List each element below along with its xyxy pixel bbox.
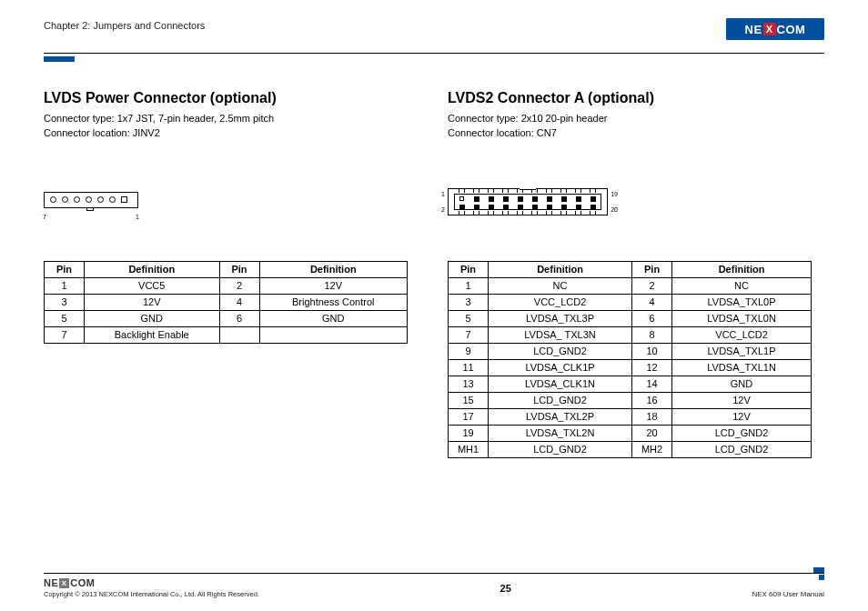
jst-pin-hole [86, 196, 92, 203]
cell-definition: LVDSA_TXL3P [489, 310, 632, 326]
cell-definition: LCD_GND2 [489, 441, 632, 457]
page-footer: NE X COM Copyright © 2013 NEXCOM Interna… [44, 573, 824, 598]
jst-pin-hole [109, 196, 116, 203]
hdr20-wall-tick [560, 211, 567, 215]
cell-definition: 12V [672, 408, 812, 425]
cell-pin: 4 [632, 294, 672, 310]
table-row: 1VCC5212V [45, 277, 408, 294]
cell-pin: 13 [449, 376, 489, 392]
section-sub2-lvds-power: Connector location: JINV2 [44, 126, 420, 141]
hdr20-wall-tick [473, 189, 479, 193]
hdr20-wall-tick [575, 189, 581, 193]
table-row: 312V4Brightness Control [45, 294, 408, 310]
brand-logo-top: NE X COM [726, 18, 824, 40]
hdr20-wall-tick [488, 211, 494, 215]
cell-definition: LVDSA_CLK1P [489, 359, 632, 376]
th-pin: Pin [632, 261, 672, 277]
hdr20-pin [532, 196, 538, 202]
hdr20-pin [489, 196, 494, 202]
table-row: 1NC2NC [449, 277, 812, 294]
hdr20-wall-tick [590, 189, 596, 193]
hdr20-pin [561, 196, 567, 202]
table-row: 7LVDSA_ TXL3N8VCC_LCD2 [449, 326, 812, 343]
hdr20-pin [576, 205, 581, 210]
hdr20-wall-tick [590, 211, 596, 215]
footer-accent-top-icon [813, 567, 824, 573]
table-row: 3VCC_LCD24LVDSA_TXL0P [449, 294, 812, 310]
hdr20-wall-tick [502, 189, 509, 193]
hdr20-pin [518, 196, 523, 202]
cell-definition: LCD_GND2 [672, 441, 812, 457]
diagram-lvds-power: 7 1 [44, 157, 420, 257]
cell-definition: LVDSA_TXL0N [672, 310, 812, 326]
table-row: MH1LCD_GND2MH2LCD_GND2 [449, 441, 812, 457]
footer-rule [44, 573, 824, 574]
hdr20-pin [590, 196, 596, 202]
hdr20-wall-tick [488, 189, 494, 193]
cell-pin: 19 [449, 425, 489, 441]
footer-row: NE X COM Copyright © 2013 NEXCOM Interna… [44, 577, 824, 598]
section-sub2-lvds2a: Connector location: CN7 [448, 126, 824, 141]
cell-definition: LVDSA_TXL2P [489, 408, 632, 425]
cell-definition: LCD_GND2 [489, 343, 632, 359]
footer-left: NE X COM Copyright © 2013 NEXCOM Interna… [44, 577, 259, 598]
table-row: 5GND6GND [45, 310, 408, 326]
cell-pin: 8 [632, 326, 672, 343]
cell-pin: MH1 [449, 441, 489, 457]
th-def: Definition [85, 261, 220, 277]
cell-pin: 20 [632, 425, 672, 441]
table-header-row: Pin Definition Pin Definition [449, 261, 812, 277]
brand-logo-text: NE X COM [745, 23, 806, 36]
cell-pin: 7 [449, 326, 489, 343]
cell-pin: 17 [449, 408, 489, 425]
hdr20-pin [547, 205, 552, 210]
hdr20-pin1-open [459, 196, 464, 201]
hdr20-label-2: 2 [441, 206, 445, 213]
cell-definition: LVDSA_CLK1N [489, 376, 632, 392]
hdr20-wall-tick [459, 189, 465, 193]
th-pin: Pin [449, 261, 489, 277]
th-def: Definition [672, 261, 812, 277]
cell-definition: 12V [672, 392, 812, 408]
th-def: Definition [259, 261, 407, 277]
jst-pin-hole [62, 196, 68, 203]
cell-pin: 5 [45, 310, 85, 326]
jst-label-1: 1 [136, 214, 139, 220]
hdr20-wall-tick [560, 189, 567, 193]
table-row: 19LVDSA_TXL2N20LCD_GND2 [449, 425, 812, 441]
page-header: Chapter 2: Jumpers and Connectors NE X C… [44, 18, 824, 51]
jst-label-7: 7 [43, 214, 46, 220]
page-number: 25 [500, 583, 511, 594]
hdr20-pin [518, 205, 523, 210]
footer-accent-bot-icon [819, 575, 824, 580]
jst-pin-hole [50, 196, 56, 203]
pin-table-lvds2a: Pin Definition Pin Definition 1NC2NC3VCC… [448, 261, 812, 458]
header-rule [44, 53, 824, 54]
cell-definition: LCD_GND2 [672, 425, 812, 441]
hdr20-pin [503, 196, 509, 202]
cell-definition: LVDSA_TXL1P [672, 343, 812, 359]
cell-pin: 4 [219, 294, 259, 310]
cell-pin [219, 326, 259, 343]
header-accent-icon [44, 56, 75, 62]
cell-definition: NC [489, 277, 632, 294]
th-pin: Pin [45, 261, 85, 277]
cell-definition: Backlight Enable [85, 326, 220, 343]
hdr20-wall-tick [517, 211, 523, 215]
hdr20-label-20: 20 [611, 206, 618, 213]
column-lvds-power: LVDS Power Connector (optional) Connecto… [44, 90, 420, 458]
section-title-lvds-power: LVDS Power Connector (optional) [44, 90, 420, 106]
hdr20-wall-tick [531, 189, 538, 193]
table-row: 15LCD_GND21612V [449, 392, 812, 408]
hdr20-pin [489, 205, 494, 210]
hdr20-wall-tick [502, 211, 509, 215]
hdr20-pin [474, 196, 479, 202]
cell-pin: 1 [45, 277, 85, 294]
hdr20-label-1: 1 [441, 191, 445, 197]
table-row: 13LVDSA_CLK1N14GND [449, 376, 812, 392]
cell-pin: 18 [632, 408, 672, 425]
hdr20-pin [532, 205, 538, 210]
cell-pin: 10 [632, 343, 672, 359]
table-header-row: Pin Definition Pin Definition [45, 261, 408, 277]
diagram-lvds2a: 1 2 19 20 [448, 157, 824, 257]
